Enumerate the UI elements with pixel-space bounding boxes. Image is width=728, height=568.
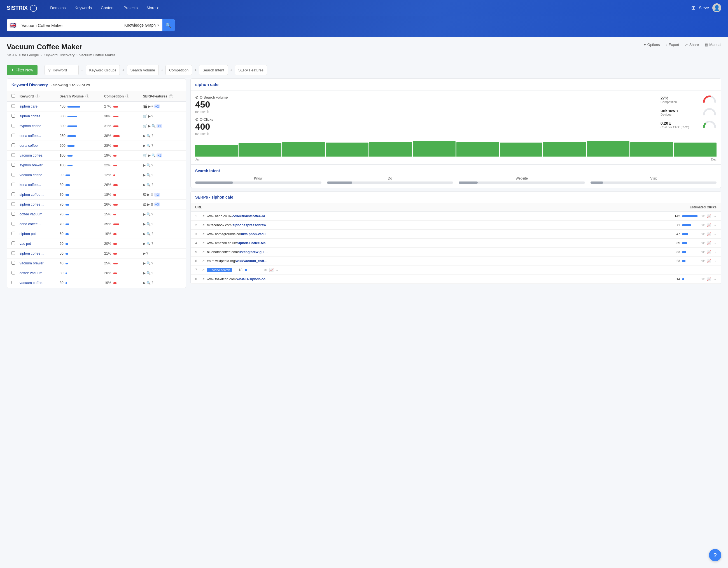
add-search-volume-icon[interactable]: + bbox=[122, 68, 124, 72]
nav-projects[interactable]: Projects bbox=[120, 3, 142, 12]
nav-keywords[interactable]: Keywords bbox=[71, 3, 96, 12]
competition-help-icon[interactable]: ? bbox=[125, 94, 129, 98]
keyword-cell[interactable]: siphon coffee… bbox=[17, 200, 57, 209]
options-button[interactable]: ▾ Options bbox=[644, 43, 660, 47]
row-checkbox[interactable] bbox=[11, 192, 15, 196]
keyword-filter[interactable]: ⚲ bbox=[45, 65, 79, 75]
row-checkbox[interactable] bbox=[11, 183, 15, 186]
add-serp-features-icon[interactable]: + bbox=[230, 68, 232, 72]
serp-url[interactable]: www.amazon.co.uk/Siphon-Coffee-Ma… bbox=[207, 241, 669, 245]
eye-icon[interactable]: 👁 bbox=[701, 241, 705, 245]
row-checkbox[interactable] bbox=[11, 173, 15, 176]
eye-icon[interactable]: 👁 bbox=[701, 223, 705, 227]
keyword-cell[interactable]: cona coffee… bbox=[17, 131, 57, 141]
chart-icon[interactable]: 📈 bbox=[707, 277, 711, 281]
logo[interactable]: SISTRIX ◯ bbox=[7, 4, 37, 12]
row-checkbox[interactable] bbox=[11, 241, 15, 245]
eye-icon[interactable]: 👁 bbox=[701, 250, 705, 254]
keyword-cell[interactable]: coffee vacuum… bbox=[17, 268, 57, 278]
row-checkbox[interactable] bbox=[11, 222, 15, 225]
country-flag[interactable]: 🇬🇧 bbox=[7, 22, 19, 29]
eye-icon[interactable]: 👁 bbox=[701, 214, 705, 218]
serp-url[interactable]: bluebottlecoffee.com/us/eng/brew-gui… bbox=[207, 250, 669, 254]
keyword-col-header[interactable]: Keyword ? bbox=[17, 91, 57, 102]
external-arrow-icon[interactable]: → bbox=[713, 214, 717, 218]
manual-button[interactable]: ▦ Manual bbox=[704, 43, 721, 47]
keyword-cell[interactable]: siphon coffee… bbox=[17, 190, 57, 200]
chart-icon[interactable]: 📈 bbox=[707, 214, 711, 218]
keyword-cell[interactable]: siphon coffee bbox=[17, 111, 57, 121]
search-volume-filter[interactable]: Search Volume bbox=[127, 65, 159, 75]
search-mode-dropdown[interactable]: Knowledge Graph ▾ bbox=[121, 23, 162, 27]
keyword-help-icon[interactable]: ? bbox=[36, 94, 39, 98]
competition-col-header[interactable]: Competition ? bbox=[102, 91, 141, 102]
chart-icon[interactable]: 📈 bbox=[707, 259, 711, 263]
nav-domains[interactable]: Domains bbox=[46, 3, 69, 12]
keyword-cell[interactable]: vacuum coffee… bbox=[17, 278, 57, 288]
serp-help-icon[interactable]: ? bbox=[169, 94, 173, 98]
keyword-cell[interactable]: siphon pot bbox=[17, 229, 57, 239]
external-arrow-icon[interactable]: → bbox=[275, 268, 279, 272]
keyword-cell[interactable]: vac pot bbox=[17, 239, 57, 249]
eye-icon[interactable]: 👁 bbox=[264, 268, 267, 272]
external-arrow-icon[interactable]: → bbox=[713, 223, 717, 227]
keyword-cell[interactable]: syphon brewer bbox=[17, 160, 57, 170]
row-checkbox[interactable] bbox=[11, 281, 15, 284]
nav-content[interactable]: Content bbox=[97, 3, 118, 12]
row-checkbox[interactable] bbox=[11, 271, 15, 274]
select-all-checkbox[interactable] bbox=[11, 94, 15, 98]
filter-now-button[interactable]: + Filter Now bbox=[7, 65, 38, 75]
keyword-cell[interactable]: coffee vacuum… bbox=[17, 209, 57, 219]
apps-icon[interactable]: ⊞ bbox=[691, 5, 696, 11]
keyword-cell[interactable]: siphon coffee… bbox=[17, 249, 57, 259]
search-intent-filter[interactable]: Search Intent bbox=[199, 65, 228, 75]
serp-url[interactable]: www.homegrounds.co/uk/siphon-vacu… bbox=[207, 232, 669, 236]
eye-icon[interactable]: 👁 bbox=[701, 277, 705, 281]
row-checkbox[interactable] bbox=[11, 251, 15, 255]
row-checkbox[interactable] bbox=[11, 114, 15, 118]
add-keyword-groups-icon[interactable]: + bbox=[81, 68, 83, 72]
keyword-input[interactable] bbox=[53, 68, 75, 72]
external-arrow-icon[interactable]: → bbox=[713, 277, 717, 281]
row-checkbox[interactable] bbox=[11, 163, 15, 167]
keyword-cell[interactable]: vacuum coffee… bbox=[17, 170, 57, 180]
serp-col-header[interactable]: SERP-Features ? bbox=[141, 91, 186, 102]
keyword-cell[interactable]: vacuum coffee… bbox=[17, 151, 57, 160]
keyword-cell[interactable]: kona coffee… bbox=[17, 180, 57, 190]
export-button[interactable]: ↓ Export bbox=[666, 43, 679, 47]
add-competition-icon[interactable]: + bbox=[161, 68, 163, 72]
chart-icon[interactable]: 📈 bbox=[707, 223, 711, 227]
volume-help-icon[interactable]: ? bbox=[85, 94, 89, 98]
row-checkbox[interactable] bbox=[11, 134, 15, 137]
keyword-cell[interactable]: syphon coffee bbox=[17, 121, 57, 131]
keyword-cell[interactable]: vacuum brewer bbox=[17, 259, 57, 268]
keyword-cell[interactable]: siphon cafe bbox=[17, 102, 57, 111]
external-arrow-icon[interactable]: → bbox=[713, 241, 717, 245]
keyword-cell[interactable]: cona coffee… bbox=[17, 219, 57, 229]
competition-filter[interactable]: Competition bbox=[165, 65, 192, 75]
eye-icon[interactable]: 👁 bbox=[701, 259, 705, 263]
row-checkbox[interactable] bbox=[11, 212, 15, 216]
row-checkbox[interactable] bbox=[11, 104, 15, 108]
search-button[interactable]: 🔍 bbox=[162, 19, 175, 31]
chart-icon[interactable]: 📈 bbox=[707, 241, 711, 245]
row-checkbox[interactable] bbox=[11, 153, 15, 157]
chart-icon[interactable]: 📈 bbox=[269, 268, 274, 272]
user-avatar[interactable]: 👤 bbox=[712, 3, 721, 12]
serp-url[interactable]: m.facebook.com/siphonespressobrew… bbox=[207, 223, 669, 227]
row-checkbox[interactable] bbox=[11, 143, 15, 147]
external-arrow-icon[interactable]: → bbox=[713, 250, 717, 254]
chart-icon[interactable]: 📈 bbox=[707, 232, 711, 236]
chart-icon[interactable]: 📈 bbox=[707, 250, 711, 254]
volume-col-header[interactable]: Search Volume ? bbox=[57, 91, 102, 102]
row-checkbox[interactable] bbox=[11, 232, 15, 235]
row-checkbox[interactable] bbox=[11, 202, 15, 206]
keyword-cell[interactable]: cona coffee bbox=[17, 141, 57, 151]
external-arrow-icon[interactable]: → bbox=[713, 259, 717, 263]
serp-features-filter[interactable]: SERP Features bbox=[235, 65, 267, 75]
nav-more[interactable]: More ▾ bbox=[143, 3, 162, 12]
keyword-groups-filter[interactable]: Keyword Groups bbox=[86, 65, 120, 75]
serp-url[interactable]: en.m.wikipedia.org/wiki/Vacuum_coff… bbox=[207, 259, 669, 263]
serp-url[interactable]: www.thekitchn.com/what-is-siphon-co… bbox=[207, 277, 669, 281]
row-checkbox[interactable] bbox=[11, 261, 15, 265]
